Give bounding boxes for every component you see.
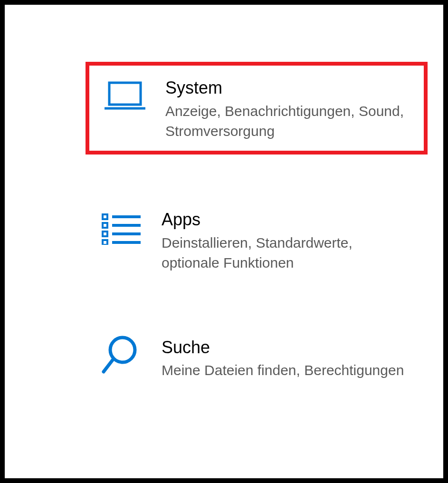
search-icon (100, 335, 143, 377)
tile-description: Anzeige, Benachrichtigungen, Sound, Stro… (165, 101, 410, 141)
svg-rect-0 (109, 83, 141, 105)
settings-tile-search[interactable]: Suche Meine Dateien finden, Berechtigung… (86, 325, 428, 390)
svg-rect-5 (103, 240, 107, 245)
svg-rect-2 (103, 214, 107, 219)
tile-text-system: System Anzeige, Benachrichtigungen, Soun… (165, 75, 410, 141)
svg-rect-3 (103, 223, 107, 228)
settings-tile-system[interactable]: System Anzeige, Benachrichtigungen, Soun… (86, 62, 428, 155)
tile-title: Apps (162, 209, 413, 231)
tile-text-search: Suche Meine Dateien finden, Berechtigung… (162, 335, 404, 381)
settings-tiles-container: System Anzeige, Benachrichtigungen, Soun… (24, 33, 424, 390)
tile-description: Meine Dateien finden, Berechtigungen (162, 360, 404, 380)
tile-description: Deinstallieren, Standardwerte, optionale… (162, 233, 413, 273)
svg-line-11 (104, 359, 113, 372)
svg-rect-4 (103, 232, 107, 236)
settings-tile-apps[interactable]: Apps Deinstallieren, Standardwerte, opti… (86, 197, 428, 282)
tile-title: System (165, 77, 410, 99)
list-icon (100, 207, 143, 250)
tile-text-apps: Apps Deinstallieren, Standardwerte, opti… (162, 207, 413, 273)
laptop-icon (104, 75, 146, 118)
tile-title: Suche (162, 337, 404, 359)
